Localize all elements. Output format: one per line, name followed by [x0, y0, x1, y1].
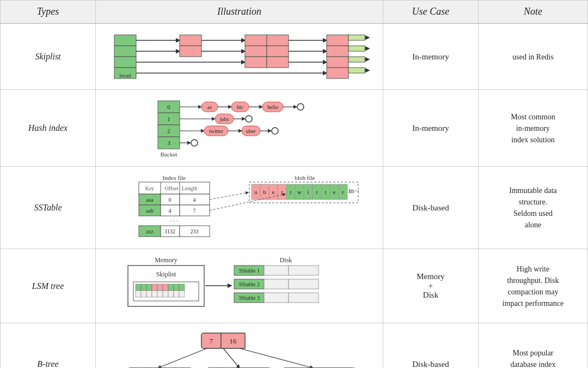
svg-rect-6: [180, 35, 201, 46]
svg-text:as: as: [207, 104, 211, 110]
svg-rect-27: [327, 57, 348, 68]
svg-text:7: 7: [193, 208, 195, 214]
svg-text:7: 7: [209, 337, 213, 345]
note-hash: Most common in-memory index solution: [479, 90, 587, 166]
type-hash: Hash index: [1, 90, 96, 166]
usecase-skiplist: In-memory: [383, 24, 479, 89]
svg-text:0: 0: [167, 104, 170, 110]
svg-text:4: 4: [193, 197, 195, 203]
svg-text:t: t: [324, 189, 326, 195]
svg-rect-142: [174, 291, 179, 297]
svg-text:m···: m···: [348, 186, 359, 195]
svg-text:jobs: jobs: [219, 116, 229, 122]
svg-point-68: [191, 140, 198, 146]
svg-rect-31: [327, 68, 348, 79]
svg-text:SStable 2: SStable 2: [238, 281, 259, 287]
svg-rect-32: [348, 68, 365, 73]
table-header: Types Illustration Use Case Note: [1, 1, 587, 24]
svg-text:btc: btc: [236, 104, 243, 110]
svg-rect-24: [245, 57, 267, 68]
svg-rect-140: [179, 284, 185, 291]
illustration-hash: 0 1 2 3 Bucket as btc hello: [96, 90, 383, 166]
svg-text:uber: uber: [246, 128, 256, 134]
svg-line-121: [210, 194, 285, 210]
svg-text:r: r: [281, 189, 283, 195]
svg-rect-156: [264, 293, 289, 303]
svg-rect-126: [136, 284, 141, 291]
svg-rect-9: [267, 35, 289, 46]
svg-rect-130: [141, 291, 146, 297]
header-types: Types: [1, 1, 96, 23]
svg-text:1: 1: [167, 116, 170, 122]
btree-svg: 7 16 1 2 5 6 9: [117, 329, 362, 368]
sstable-svg: Index file Key Offset Length aaa 0 4 aab: [109, 172, 370, 243]
svg-text:Length: Length: [181, 185, 197, 191]
table-row-sstable: SSTable Index file Key Offset Length: [1, 167, 587, 249]
lsm-svg: Memory Skiplist: [117, 255, 362, 317]
svg-rect-136: [157, 291, 163, 297]
header-note: Note: [479, 1, 587, 23]
svg-rect-134: [163, 284, 168, 291]
svg-text:233: 233: [190, 228, 198, 234]
svg-rect-152: [264, 279, 289, 289]
svg-rect-12: [348, 35, 365, 40]
type-sstable: SSTable: [1, 167, 96, 249]
note-sstable: Immutable data structure. Seldom used al…: [479, 167, 587, 249]
svg-text:b: b: [263, 189, 266, 195]
svg-rect-149: [289, 266, 318, 275]
svg-text:t: t: [316, 189, 317, 195]
svg-point-53: [297, 104, 304, 110]
table-row-lsm: LSM tree Memory Skiplist: [1, 249, 587, 323]
svg-text:zzz: zzz: [146, 228, 154, 234]
svg-rect-133: [157, 284, 163, 291]
type-lsm: LSM tree: [1, 249, 96, 323]
usecase-lsm: Memory + Disk: [383, 249, 479, 323]
skiplist-svg: head: [109, 29, 370, 84]
svg-rect-18: [267, 46, 289, 57]
illustration-btree: 7 16 1 2 5 6 9: [96, 323, 383, 368]
table-row-hash: Hash index 0 1 2 3 Bucket: [1, 90, 587, 167]
svg-text:SStable 3: SStable 3: [238, 295, 259, 301]
svg-rect-17: [245, 46, 267, 57]
svg-text:Key: Key: [145, 185, 154, 191]
svg-line-120: [210, 192, 248, 200]
svg-rect-153: [289, 279, 318, 289]
svg-text:3132: 3132: [164, 228, 175, 234]
svg-text:aab: aab: [146, 208, 154, 214]
svg-line-163: [158, 348, 207, 368]
svg-rect-15: [180, 46, 201, 57]
type-skiplist: Skiplist: [1, 24, 96, 89]
svg-rect-141: [168, 291, 174, 297]
svg-text:2: 2: [167, 128, 170, 134]
note-btree: Most popular database index implementati…: [479, 323, 587, 368]
svg-text:e: e: [333, 189, 335, 195]
svg-text:Index file: Index file: [162, 174, 186, 181]
svg-rect-8: [245, 35, 267, 46]
svg-text:u: u: [254, 189, 258, 195]
svg-rect-135: [152, 291, 157, 297]
svg-rect-131: [146, 291, 152, 297]
table-row-skiplist: Skiplist head: [1, 24, 587, 90]
svg-rect-148: [264, 266, 289, 275]
svg-rect-137: [163, 291, 168, 297]
svg-point-58: [246, 116, 252, 122]
svg-rect-129: [136, 291, 141, 297]
svg-rect-128: [146, 284, 152, 291]
hash-svg: 0 1 2 3 Bucket as btc hello: [125, 95, 354, 161]
svg-rect-28: [348, 57, 365, 62]
svg-text:· · ·: · · ·: [170, 217, 178, 225]
svg-text:hello: hello: [267, 104, 278, 110]
main-table: Types Illustration Use Case Note Skiplis…: [0, 0, 588, 368]
note-lsm: High write throughput. Disk compaction m…: [479, 249, 587, 323]
svg-text:r: r: [342, 189, 344, 195]
svg-rect-157: [289, 293, 318, 303]
svg-rect-1: [114, 46, 136, 57]
svg-line-164: [223, 348, 240, 368]
usecase-hash: In-memory: [383, 90, 479, 166]
svg-rect-143: [179, 291, 185, 297]
svg-rect-2: [114, 57, 136, 68]
usecase-btree: Disk-based: [383, 323, 479, 368]
svg-text:t: t: [290, 189, 291, 195]
usecase-sstable: Disk-based: [383, 167, 479, 249]
svg-text:blob file: blob file: [295, 174, 315, 181]
